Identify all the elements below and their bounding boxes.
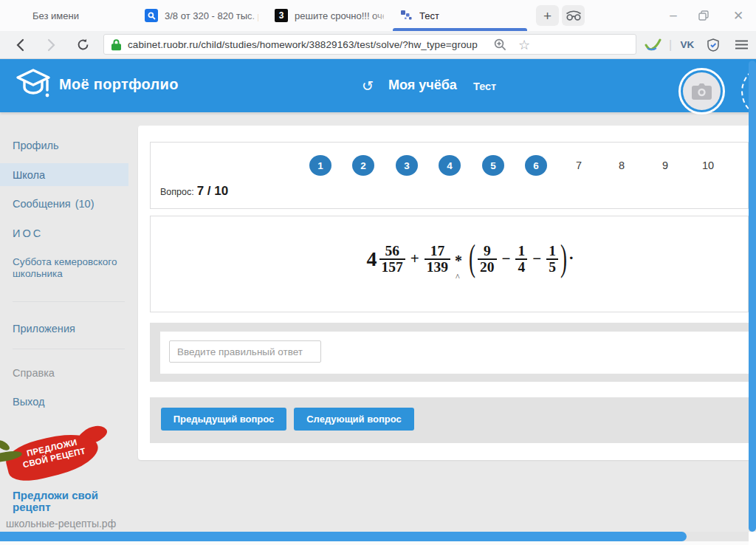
brand-title[interactable]: Моё портфолио xyxy=(59,76,179,93)
sidebar-item-help[interactable]: Справка xyxy=(13,367,55,379)
question-navigator: 1 2 3 4 5 6 7 8 9 10 Вопрос:7 / 10 xyxy=(150,142,749,209)
scrollbar-corner xyxy=(749,532,756,545)
bookmark-star-icon[interactable]: ☆ xyxy=(513,31,535,58)
protect-shield-icon[interactable] xyxy=(701,31,725,58)
window-restore-button[interactable] xyxy=(691,0,716,31)
math-expression: 4 56157 + 17139 *^ ( 920 − 14 − 15 ) . xyxy=(367,244,574,275)
vk-extension-icon[interactable]: VK xyxy=(676,31,699,58)
back-button[interactable] xyxy=(7,31,32,58)
tab-title: решите срочно!!! оче xyxy=(295,10,384,21)
reload-button[interactable] xyxy=(70,31,95,58)
nav-test[interactable]: Тест xyxy=(473,80,496,92)
recipe-promo-banner[interactable]: ПРЕДЛОЖИ СВОЙ РЕЦЕПТ xyxy=(0,421,111,491)
tab-title: 3/8 от 320 - 820 тыс. р xyxy=(165,10,258,21)
tab-title: Без имени xyxy=(32,10,79,21)
extension-swoosh-icon[interactable] xyxy=(641,31,664,58)
sidebar-item-messages[interactable]: Сообщения(10) xyxy=(13,198,94,210)
question-nav-item[interactable]: 3 xyxy=(396,155,418,176)
tab-title: Тест xyxy=(419,10,439,21)
sidebar-item-school-active[interactable]: Школа xyxy=(0,163,128,186)
tab-znanija[interactable]: 3 решите срочно!!! оче xyxy=(267,0,391,31)
sidebar-item-saturday[interactable]: Суббота кемеровского школьника xyxy=(13,256,123,279)
new-tab-button[interactable]: + xyxy=(536,5,559,26)
question-nav-item[interactable]: 8 xyxy=(611,155,633,176)
sidebar-divider xyxy=(13,349,125,349)
question-nav-item[interactable]: 1 xyxy=(309,155,331,176)
browser-tab-bar: Без имени 3/8 от 320 - 820 тыс. р 3 реши… xyxy=(0,0,756,31)
browser-toolbar: cabinet.ruobr.ru/child/studies/homework/… xyxy=(0,31,756,59)
incognito-icon[interactable] xyxy=(562,5,585,26)
answer-input[interactable] xyxy=(169,340,321,363)
tab-search-result[interactable]: 3/8 от 320 - 820 тыс. р xyxy=(137,0,266,31)
messages-count-badge: (10) xyxy=(75,198,94,210)
search-favicon-icon xyxy=(145,9,158,22)
recipe-promo-link[interactable]: Предложи свой рецепт xyxy=(13,490,131,513)
address-bar[interactable]: cabinet.ruobr.ru/child/studies/homework/… xyxy=(103,34,636,55)
sidebar-item-ios[interactable]: ИОС xyxy=(13,227,43,239)
horizontal-scrollbar-thumb[interactable] xyxy=(0,532,687,541)
avatar-camera-button[interactable] xyxy=(678,68,725,114)
tab-test-active[interactable]: Тест xyxy=(393,0,527,31)
refresh-icon[interactable]: ↺ xyxy=(362,78,374,95)
window-close-button[interactable]: ✕ xyxy=(726,0,751,31)
zoom-page-icon[interactable] xyxy=(489,31,511,58)
window-minimize-button[interactable]: – xyxy=(661,0,686,31)
next-question-button[interactable]: Следующий вопрос xyxy=(294,408,414,431)
toolbar-separator: | xyxy=(666,31,675,58)
previous-question-button[interactable]: Предыдущий вопрос xyxy=(161,408,286,431)
znanija-favicon-icon: 3 xyxy=(275,9,288,22)
question-nav-item[interactable]: 5 xyxy=(482,155,504,176)
site-header: Моё портфолио ↺ Моя учёба Тест xyxy=(0,59,756,112)
sidebar-item-profile[interactable]: Профиль xyxy=(13,140,59,151)
menu-hamburger-icon[interactable] xyxy=(729,31,753,58)
horizontal-scrollbar-track[interactable] xyxy=(0,532,749,541)
sidebar-item-apps[interactable]: Приложения xyxy=(13,323,75,335)
recipe-site-caption: школьные-рецепты.рф xyxy=(6,518,116,529)
vertical-scrollbar[interactable] xyxy=(749,61,756,532)
url-text: cabinet.ruobr.ru/child/studies/homework/… xyxy=(128,39,478,50)
partial-dashed-circle xyxy=(738,64,749,121)
nav-my-studies[interactable]: Моя учёба xyxy=(388,78,457,93)
bottom-strip xyxy=(0,541,756,545)
graduation-cap-logo-icon[interactable] xyxy=(15,66,53,106)
sidebar-divider xyxy=(13,301,125,302)
secure-lock-icon xyxy=(111,38,121,51)
sidebar-item-logout[interactable]: Выход xyxy=(13,396,44,408)
forward-button[interactable] xyxy=(38,31,63,58)
question-nav-item[interactable]: 9 xyxy=(654,155,676,176)
ruobr-favicon-icon xyxy=(400,10,413,21)
question-nav-item[interactable]: 10 xyxy=(697,155,719,176)
tab-untitled[interactable]: Без имени xyxy=(13,0,137,31)
question-nav-item[interactable]: 6 xyxy=(525,155,547,176)
question-nav-item[interactable]: 7 xyxy=(568,155,590,176)
question-nav-item[interactable]: 4 xyxy=(439,155,461,176)
question-progress: Вопрос:7 / 10 xyxy=(160,184,228,199)
camera-icon xyxy=(692,83,712,100)
question-nav-item[interactable]: 2 xyxy=(352,155,374,176)
question-image-box: 4 56157 + 17139 *^ ( 920 − 14 − 15 ) . xyxy=(150,216,749,312)
